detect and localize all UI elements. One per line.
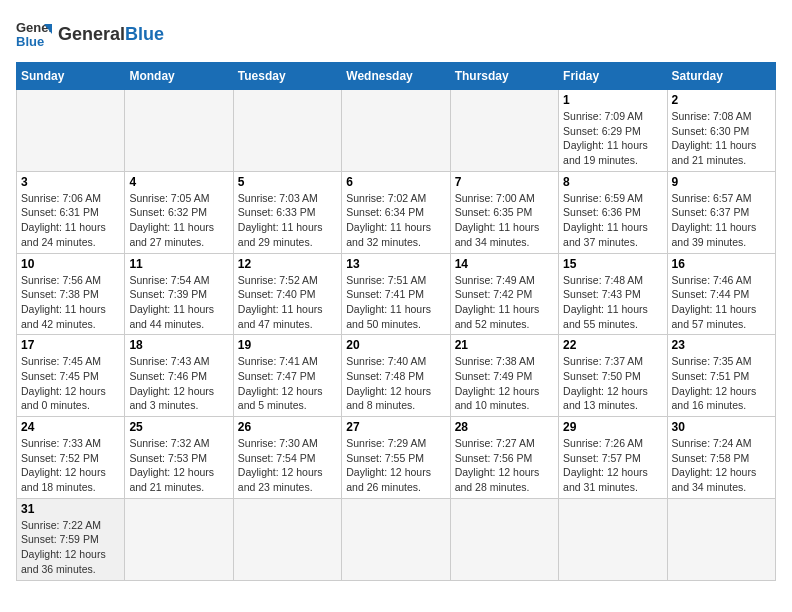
day-of-week-header: Sunday xyxy=(17,63,125,90)
calendar-day-cell: 21Sunrise: 7:38 AM Sunset: 7:49 PM Dayli… xyxy=(450,335,558,417)
day-number: 22 xyxy=(563,338,662,352)
calendar-day-cell: 23Sunrise: 7:35 AM Sunset: 7:51 PM Dayli… xyxy=(667,335,775,417)
day-info: Sunrise: 7:45 AM Sunset: 7:45 PM Dayligh… xyxy=(21,354,120,413)
day-number: 31 xyxy=(21,502,120,516)
day-number: 8 xyxy=(563,175,662,189)
day-number: 2 xyxy=(672,93,771,107)
day-info: Sunrise: 7:52 AM Sunset: 7:40 PM Dayligh… xyxy=(238,273,337,332)
calendar-day-cell: 30Sunrise: 7:24 AM Sunset: 7:58 PM Dayli… xyxy=(667,417,775,499)
calendar-week-row: 10Sunrise: 7:56 AM Sunset: 7:38 PM Dayli… xyxy=(17,253,776,335)
calendar-header-row: SundayMondayTuesdayWednesdayThursdayFrid… xyxy=(17,63,776,90)
calendar-day-cell: 26Sunrise: 7:30 AM Sunset: 7:54 PM Dayli… xyxy=(233,417,341,499)
day-number: 21 xyxy=(455,338,554,352)
calendar-day-cell: 9Sunrise: 6:57 AM Sunset: 6:37 PM Daylig… xyxy=(667,171,775,253)
day-info: Sunrise: 7:22 AM Sunset: 7:59 PM Dayligh… xyxy=(21,518,120,577)
day-info: Sunrise: 7:41 AM Sunset: 7:47 PM Dayligh… xyxy=(238,354,337,413)
logo: General Blue GeneralBlue xyxy=(16,16,164,52)
day-info: Sunrise: 7:27 AM Sunset: 7:56 PM Dayligh… xyxy=(455,436,554,495)
calendar-day-cell xyxy=(125,498,233,580)
day-info: Sunrise: 7:24 AM Sunset: 7:58 PM Dayligh… xyxy=(672,436,771,495)
day-number: 18 xyxy=(129,338,228,352)
day-number: 5 xyxy=(238,175,337,189)
day-info: Sunrise: 7:38 AM Sunset: 7:49 PM Dayligh… xyxy=(455,354,554,413)
day-info: Sunrise: 7:51 AM Sunset: 7:41 PM Dayligh… xyxy=(346,273,445,332)
calendar-day-cell: 4Sunrise: 7:05 AM Sunset: 6:32 PM Daylig… xyxy=(125,171,233,253)
day-number: 6 xyxy=(346,175,445,189)
calendar-day-cell xyxy=(450,498,558,580)
calendar-day-cell: 13Sunrise: 7:51 AM Sunset: 7:41 PM Dayli… xyxy=(342,253,450,335)
calendar-day-cell: 2Sunrise: 7:08 AM Sunset: 6:30 PM Daylig… xyxy=(667,90,775,172)
calendar-day-cell: 28Sunrise: 7:27 AM Sunset: 7:56 PM Dayli… xyxy=(450,417,558,499)
calendar-day-cell: 25Sunrise: 7:32 AM Sunset: 7:53 PM Dayli… xyxy=(125,417,233,499)
day-number: 14 xyxy=(455,257,554,271)
day-number: 11 xyxy=(129,257,228,271)
calendar-day-cell xyxy=(559,498,667,580)
calendar-day-cell: 3Sunrise: 7:06 AM Sunset: 6:31 PM Daylig… xyxy=(17,171,125,253)
day-info: Sunrise: 7:40 AM Sunset: 7:48 PM Dayligh… xyxy=(346,354,445,413)
day-info: Sunrise: 7:54 AM Sunset: 7:39 PM Dayligh… xyxy=(129,273,228,332)
calendar-week-row: 17Sunrise: 7:45 AM Sunset: 7:45 PM Dayli… xyxy=(17,335,776,417)
calendar-day-cell: 15Sunrise: 7:48 AM Sunset: 7:43 PM Dayli… xyxy=(559,253,667,335)
calendar-day-cell: 5Sunrise: 7:03 AM Sunset: 6:33 PM Daylig… xyxy=(233,171,341,253)
calendar-day-cell xyxy=(125,90,233,172)
calendar-day-cell xyxy=(342,90,450,172)
day-number: 24 xyxy=(21,420,120,434)
day-number: 29 xyxy=(563,420,662,434)
svg-text:General: General xyxy=(16,20,52,35)
calendar-day-cell: 27Sunrise: 7:29 AM Sunset: 7:55 PM Dayli… xyxy=(342,417,450,499)
day-number: 4 xyxy=(129,175,228,189)
svg-text:Blue: Blue xyxy=(16,34,44,49)
day-info: Sunrise: 7:05 AM Sunset: 6:32 PM Dayligh… xyxy=(129,191,228,250)
day-info: Sunrise: 7:26 AM Sunset: 7:57 PM Dayligh… xyxy=(563,436,662,495)
day-number: 7 xyxy=(455,175,554,189)
day-number: 13 xyxy=(346,257,445,271)
calendar-week-row: 31Sunrise: 7:22 AM Sunset: 7:59 PM Dayli… xyxy=(17,498,776,580)
day-of-week-header: Thursday xyxy=(450,63,558,90)
day-info: Sunrise: 7:46 AM Sunset: 7:44 PM Dayligh… xyxy=(672,273,771,332)
day-info: Sunrise: 7:33 AM Sunset: 7:52 PM Dayligh… xyxy=(21,436,120,495)
calendar-day-cell: 24Sunrise: 7:33 AM Sunset: 7:52 PM Dayli… xyxy=(17,417,125,499)
day-of-week-header: Monday xyxy=(125,63,233,90)
calendar-day-cell: 31Sunrise: 7:22 AM Sunset: 7:59 PM Dayli… xyxy=(17,498,125,580)
day-number: 30 xyxy=(672,420,771,434)
calendar-day-cell: 12Sunrise: 7:52 AM Sunset: 7:40 PM Dayli… xyxy=(233,253,341,335)
day-info: Sunrise: 7:29 AM Sunset: 7:55 PM Dayligh… xyxy=(346,436,445,495)
calendar-table: SundayMondayTuesdayWednesdayThursdayFrid… xyxy=(16,62,776,581)
calendar-day-cell xyxy=(342,498,450,580)
day-number: 15 xyxy=(563,257,662,271)
day-info: Sunrise: 7:08 AM Sunset: 6:30 PM Dayligh… xyxy=(672,109,771,168)
calendar-day-cell xyxy=(450,90,558,172)
page-header: General Blue GeneralBlue xyxy=(16,16,776,52)
calendar-day-cell: 6Sunrise: 7:02 AM Sunset: 6:34 PM Daylig… xyxy=(342,171,450,253)
day-number: 28 xyxy=(455,420,554,434)
day-number: 23 xyxy=(672,338,771,352)
calendar-day-cell: 17Sunrise: 7:45 AM Sunset: 7:45 PM Dayli… xyxy=(17,335,125,417)
day-info: Sunrise: 7:43 AM Sunset: 7:46 PM Dayligh… xyxy=(129,354,228,413)
day-info: Sunrise: 6:57 AM Sunset: 6:37 PM Dayligh… xyxy=(672,191,771,250)
day-of-week-header: Tuesday xyxy=(233,63,341,90)
day-info: Sunrise: 7:09 AM Sunset: 6:29 PM Dayligh… xyxy=(563,109,662,168)
calendar-week-row: 3Sunrise: 7:06 AM Sunset: 6:31 PM Daylig… xyxy=(17,171,776,253)
logo-text: GeneralBlue xyxy=(58,24,164,45)
calendar-day-cell: 18Sunrise: 7:43 AM Sunset: 7:46 PM Dayli… xyxy=(125,335,233,417)
day-number: 19 xyxy=(238,338,337,352)
calendar-day-cell: 22Sunrise: 7:37 AM Sunset: 7:50 PM Dayli… xyxy=(559,335,667,417)
day-number: 1 xyxy=(563,93,662,107)
day-info: Sunrise: 6:59 AM Sunset: 6:36 PM Dayligh… xyxy=(563,191,662,250)
calendar-day-cell xyxy=(17,90,125,172)
day-number: 17 xyxy=(21,338,120,352)
calendar-day-cell: 19Sunrise: 7:41 AM Sunset: 7:47 PM Dayli… xyxy=(233,335,341,417)
calendar-day-cell xyxy=(233,90,341,172)
day-of-week-header: Friday xyxy=(559,63,667,90)
calendar-day-cell: 16Sunrise: 7:46 AM Sunset: 7:44 PM Dayli… xyxy=(667,253,775,335)
day-info: Sunrise: 7:56 AM Sunset: 7:38 PM Dayligh… xyxy=(21,273,120,332)
day-of-week-header: Wednesday xyxy=(342,63,450,90)
calendar-week-row: 1Sunrise: 7:09 AM Sunset: 6:29 PM Daylig… xyxy=(17,90,776,172)
day-number: 27 xyxy=(346,420,445,434)
day-number: 16 xyxy=(672,257,771,271)
day-info: Sunrise: 7:37 AM Sunset: 7:50 PM Dayligh… xyxy=(563,354,662,413)
calendar-day-cell: 11Sunrise: 7:54 AM Sunset: 7:39 PM Dayli… xyxy=(125,253,233,335)
day-number: 3 xyxy=(21,175,120,189)
calendar-day-cell: 8Sunrise: 6:59 AM Sunset: 6:36 PM Daylig… xyxy=(559,171,667,253)
day-number: 9 xyxy=(672,175,771,189)
